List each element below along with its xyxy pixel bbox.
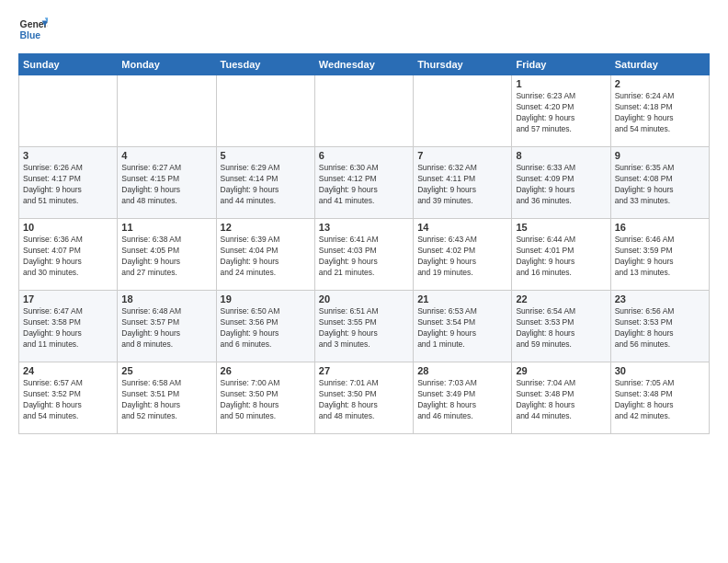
calendar-cell: 19Sunrise: 6:50 AM Sunset: 3:56 PM Dayli…	[216, 291, 314, 362]
day-info: Sunrise: 6:41 AM Sunset: 4:03 PM Dayligh…	[319, 235, 409, 279]
day-info: Sunrise: 7:03 AM Sunset: 3:49 PM Dayligh…	[417, 378, 507, 422]
calendar-cell: 8Sunrise: 6:33 AM Sunset: 4:09 PM Daylig…	[512, 147, 610, 219]
calendar-cell: 11Sunrise: 6:38 AM Sunset: 4:05 PM Dayli…	[118, 219, 216, 291]
weekday-monday: Monday	[118, 54, 216, 75]
day-info: Sunrise: 7:04 AM Sunset: 3:48 PM Dayligh…	[516, 378, 606, 422]
calendar-cell: 3Sunrise: 6:26 AM Sunset: 4:17 PM Daylig…	[19, 147, 118, 219]
day-number: 26	[221, 365, 311, 376]
day-number: 16	[615, 222, 705, 233]
calendar-cell	[314, 75, 413, 147]
day-number: 6	[319, 150, 409, 161]
day-info: Sunrise: 6:29 AM Sunset: 4:14 PM Dayligh…	[221, 163, 311, 207]
day-number: 9	[615, 150, 705, 161]
day-number: 27	[319, 365, 409, 376]
logo-icon: General Blue	[18, 15, 48, 44]
day-number: 24	[23, 365, 113, 376]
calendar-cell: 12Sunrise: 6:39 AM Sunset: 4:04 PM Dayli…	[216, 219, 314, 291]
calendar-cell: 13Sunrise: 6:41 AM Sunset: 4:03 PM Dayli…	[314, 219, 413, 291]
day-info: Sunrise: 6:47 AM Sunset: 3:58 PM Dayligh…	[23, 306, 113, 350]
day-info: Sunrise: 6:30 AM Sunset: 4:12 PM Dayligh…	[319, 163, 409, 207]
calendar-cell: 17Sunrise: 6:47 AM Sunset: 3:58 PM Dayli…	[19, 291, 118, 362]
calendar-cell	[118, 75, 216, 147]
calendar-cell: 18Sunrise: 6:48 AM Sunset: 3:57 PM Dayli…	[118, 291, 216, 362]
day-info: Sunrise: 6:35 AM Sunset: 4:08 PM Dayligh…	[615, 163, 705, 207]
calendar-cell: 5Sunrise: 6:29 AM Sunset: 4:14 PM Daylig…	[216, 147, 314, 219]
calendar-cell: 9Sunrise: 6:35 AM Sunset: 4:08 PM Daylig…	[610, 147, 709, 219]
week-row-1: 1Sunrise: 6:23 AM Sunset: 4:20 PM Daylig…	[19, 75, 710, 147]
day-number: 12	[221, 222, 311, 233]
calendar-cell	[414, 75, 512, 147]
day-info: Sunrise: 6:58 AM Sunset: 3:51 PM Dayligh…	[121, 378, 211, 422]
day-number: 22	[516, 293, 606, 304]
calendar-cell: 15Sunrise: 6:44 AM Sunset: 4:01 PM Dayli…	[512, 219, 610, 291]
day-info: Sunrise: 6:44 AM Sunset: 4:01 PM Dayligh…	[516, 235, 606, 279]
day-number: 11	[121, 222, 211, 233]
day-number: 23	[615, 293, 705, 304]
weekday-friday: Friday	[512, 54, 610, 75]
calendar-cell: 23Sunrise: 6:56 AM Sunset: 3:53 PM Dayli…	[610, 291, 709, 362]
calendar-cell: 20Sunrise: 6:51 AM Sunset: 3:55 PM Dayli…	[314, 291, 413, 362]
day-info: Sunrise: 6:46 AM Sunset: 3:59 PM Dayligh…	[615, 235, 705, 279]
day-number: 5	[221, 150, 311, 161]
calendar-cell: 7Sunrise: 6:32 AM Sunset: 4:11 PM Daylig…	[414, 147, 512, 219]
weekday-tuesday: Tuesday	[216, 54, 314, 75]
week-row-2: 3Sunrise: 6:26 AM Sunset: 4:17 PM Daylig…	[19, 147, 710, 219]
weekday-sunday: Sunday	[19, 54, 118, 75]
logo: General Blue	[18, 15, 48, 44]
day-info: Sunrise: 6:27 AM Sunset: 4:15 PM Dayligh…	[121, 163, 211, 207]
day-info: Sunrise: 6:26 AM Sunset: 4:17 PM Dayligh…	[23, 163, 113, 207]
day-info: Sunrise: 6:33 AM Sunset: 4:09 PM Dayligh…	[516, 163, 606, 207]
day-info: Sunrise: 6:38 AM Sunset: 4:05 PM Dayligh…	[121, 235, 211, 279]
day-info: Sunrise: 6:56 AM Sunset: 3:53 PM Dayligh…	[615, 306, 705, 350]
calendar-cell: 28Sunrise: 7:03 AM Sunset: 3:49 PM Dayli…	[414, 362, 512, 434]
day-info: Sunrise: 6:32 AM Sunset: 4:11 PM Dayligh…	[417, 163, 507, 207]
day-info: Sunrise: 6:51 AM Sunset: 3:55 PM Dayligh…	[319, 306, 409, 350]
header: General Blue	[18, 15, 710, 44]
day-info: Sunrise: 7:05 AM Sunset: 3:48 PM Dayligh…	[615, 378, 705, 422]
weekday-saturday: Saturday	[610, 54, 709, 75]
calendar-cell	[19, 75, 118, 147]
calendar-cell: 4Sunrise: 6:27 AM Sunset: 4:15 PM Daylig…	[118, 147, 216, 219]
day-info: Sunrise: 6:50 AM Sunset: 3:56 PM Dayligh…	[221, 306, 311, 350]
calendar-cell: 26Sunrise: 7:00 AM Sunset: 3:50 PM Dayli…	[216, 362, 314, 434]
day-number: 10	[23, 222, 113, 233]
day-number: 17	[23, 293, 113, 304]
day-number: 4	[121, 150, 211, 161]
day-number: 2	[615, 78, 705, 89]
day-number: 21	[417, 293, 507, 304]
day-info: Sunrise: 6:53 AM Sunset: 3:54 PM Dayligh…	[417, 306, 507, 350]
day-info: Sunrise: 6:36 AM Sunset: 4:07 PM Dayligh…	[23, 235, 113, 279]
calendar-cell: 14Sunrise: 6:43 AM Sunset: 4:02 PM Dayli…	[414, 219, 512, 291]
day-number: 30	[615, 365, 705, 376]
calendar-cell: 25Sunrise: 6:58 AM Sunset: 3:51 PM Dayli…	[118, 362, 216, 434]
calendar-cell: 1Sunrise: 6:23 AM Sunset: 4:20 PM Daylig…	[512, 75, 610, 147]
day-number: 19	[221, 293, 311, 304]
day-info: Sunrise: 6:39 AM Sunset: 4:04 PM Dayligh…	[221, 235, 311, 279]
day-info: Sunrise: 6:57 AM Sunset: 3:52 PM Dayligh…	[23, 378, 113, 422]
calendar-cell: 2Sunrise: 6:24 AM Sunset: 4:18 PM Daylig…	[610, 75, 709, 147]
calendar-cell: 6Sunrise: 6:30 AM Sunset: 4:12 PM Daylig…	[314, 147, 413, 219]
day-number: 15	[516, 222, 606, 233]
day-number: 14	[417, 222, 507, 233]
day-number: 13	[319, 222, 409, 233]
day-info: Sunrise: 6:54 AM Sunset: 3:53 PM Dayligh…	[516, 306, 606, 350]
calendar-cell: 24Sunrise: 6:57 AM Sunset: 3:52 PM Dayli…	[19, 362, 118, 434]
day-number: 7	[417, 150, 507, 161]
day-info: Sunrise: 6:43 AM Sunset: 4:02 PM Dayligh…	[417, 235, 507, 279]
calendar-cell: 27Sunrise: 7:01 AM Sunset: 3:50 PM Dayli…	[314, 362, 413, 434]
day-info: Sunrise: 7:00 AM Sunset: 3:50 PM Dayligh…	[221, 378, 311, 422]
day-info: Sunrise: 6:24 AM Sunset: 4:18 PM Dayligh…	[615, 91, 705, 135]
week-row-5: 24Sunrise: 6:57 AM Sunset: 3:52 PM Dayli…	[19, 362, 710, 434]
day-number: 20	[319, 293, 409, 304]
day-info: Sunrise: 6:23 AM Sunset: 4:20 PM Dayligh…	[516, 91, 606, 135]
day-number: 18	[121, 293, 211, 304]
day-number: 1	[516, 78, 606, 89]
svg-text:Blue: Blue	[20, 30, 41, 40]
calendar-cell: 30Sunrise: 7:05 AM Sunset: 3:48 PM Dayli…	[610, 362, 709, 434]
calendar-cell: 10Sunrise: 6:36 AM Sunset: 4:07 PM Dayli…	[19, 219, 118, 291]
calendar-cell	[216, 75, 314, 147]
calendar-cell: 22Sunrise: 6:54 AM Sunset: 3:53 PM Dayli…	[512, 291, 610, 362]
calendar-cell: 21Sunrise: 6:53 AM Sunset: 3:54 PM Dayli…	[414, 291, 512, 362]
weekday-header-row: SundayMondayTuesdayWednesdayThursdayFrid…	[19, 54, 710, 75]
day-info: Sunrise: 7:01 AM Sunset: 3:50 PM Dayligh…	[319, 378, 409, 422]
